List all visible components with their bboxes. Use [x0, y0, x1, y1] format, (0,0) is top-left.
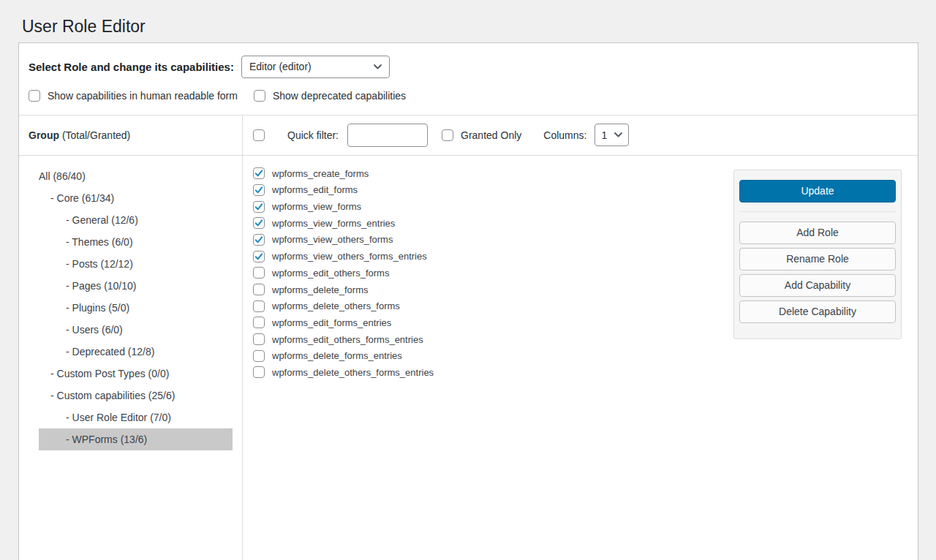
chevron-down-icon	[374, 64, 382, 69]
group-item-posts-12-12[interactable]: - Posts (12/12)	[39, 253, 233, 275]
quick-filter-label: Quick filter:	[287, 129, 339, 141]
capability-name: wpforms_view_forms	[272, 201, 361, 212]
show-deprecated-label: Show deprecated capabilities	[273, 90, 406, 102]
columns-label: Columns:	[543, 129, 586, 141]
role-select[interactable]: Editor (editor)	[241, 56, 390, 78]
capability-name: wpforms_view_forms_entries	[272, 218, 395, 229]
capability-checkbox[interactable]	[253, 201, 265, 213]
group-item-user-role-editor-7-0[interactable]: - User Role Editor (7/0)	[39, 406, 233, 428]
capability-checkbox[interactable]	[253, 350, 265, 362]
capability-checkbox[interactable]	[253, 300, 265, 312]
granted-only-option[interactable]: Granted Only	[442, 129, 521, 141]
option-show-deprecated[interactable]: Show deprecated capabilities	[254, 90, 406, 102]
group-item-all-86-40[interactable]: All (86/40)	[39, 165, 233, 187]
chevron-down-icon	[614, 132, 622, 137]
capability-row-wpforms-view-forms-entries[interactable]: wpforms_view_forms_entries	[253, 215, 733, 232]
granted-only-checkbox[interactable]	[442, 129, 453, 141]
columns-select-value: 1	[601, 129, 607, 141]
select-all-checkbox[interactable]	[253, 129, 265, 141]
group-item-plugins-5-0[interactable]: - Plugins (5/0)	[39, 297, 233, 319]
group-item-themes-6-0[interactable]: - Themes (6/0)	[39, 231, 233, 253]
capability-checkbox[interactable]	[253, 284, 265, 295]
capability-row-wpforms-delete-others-forms[interactable]: wpforms_delete_others_forms	[253, 298, 733, 314]
capability-row-wpforms-view-others-forms-entries[interactable]: wpforms_view_others_forms_entries	[253, 248, 733, 265]
options-row: Show capabilities in human readable form…	[19, 78, 918, 115]
capability-row-wpforms-delete-forms[interactable]: wpforms_delete_forms	[253, 281, 733, 298]
update-button[interactable]: Update	[739, 180, 896, 203]
group-item-core-61-34[interactable]: - Core (61/34)	[39, 187, 233, 209]
quick-filter-cell: Quick filter: Granted Only Columns: 1	[243, 116, 918, 155]
group-item-users-6-0[interactable]: - Users (6/0)	[39, 319, 233, 341]
group-item-wpforms-13-6[interactable]: - WPForms (13/6)	[39, 428, 233, 450]
human-readable-label: Show capabilities in human readable form	[48, 90, 238, 102]
group-item-pages-10-10[interactable]: - Pages (10/10)	[39, 275, 233, 297]
capability-name: wpforms_delete_forms	[272, 284, 369, 295]
group-item-deprecated-12-8[interactable]: - Deprecated (12/8)	[39, 341, 233, 363]
option-human-readable[interactable]: Show capabilities in human readable form	[29, 90, 238, 102]
capability-checkbox[interactable]	[253, 251, 265, 262]
capability-name: wpforms_view_others_forms_entries	[272, 251, 427, 262]
role-select-value: Editor (editor)	[249, 61, 312, 72]
capability-name: wpforms_edit_others_forms	[272, 268, 389, 279]
capability-row-wpforms-create-forms[interactable]: wpforms_create_forms	[253, 165, 733, 182]
capability-list: wpforms_create_formswpforms_edit_formswp…	[243, 156, 733, 381]
columns-select[interactable]: 1	[595, 124, 629, 146]
capability-row-wpforms-edit-forms-entries[interactable]: wpforms_edit_forms_entries	[253, 314, 733, 331]
group-item-custom-capabilities-25-6[interactable]: - Custom capabilities (25/6)	[39, 385, 233, 406]
capability-name: wpforms_delete_others_forms	[272, 300, 400, 311]
human-readable-checkbox[interactable]	[29, 90, 40, 102]
granted-only-label: Granted Only	[461, 129, 521, 141]
capability-name: wpforms_edit_forms_entries	[272, 317, 391, 328]
capability-checkbox[interactable]	[253, 184, 265, 196]
role-selector-label: Select Role and change its capabilities:	[29, 61, 234, 73]
group-header-suffix: (Total/Granted)	[59, 129, 130, 141]
capability-row-wpforms-edit-forms[interactable]: wpforms_edit_forms	[253, 182, 733, 199]
capability-name: wpforms_delete_forms_entries	[272, 350, 402, 361]
capability-name: wpforms_view_others_forms	[272, 234, 393, 245]
capability-row-wpforms-delete-forms-entries[interactable]: wpforms_delete_forms_entries	[253, 347, 733, 364]
quick-filter-input[interactable]	[347, 124, 428, 147]
delete-capability-button[interactable]: Delete Capability	[739, 300, 896, 323]
show-deprecated-checkbox[interactable]	[254, 90, 265, 102]
capability-checkbox[interactable]	[253, 366, 265, 378]
capability-row-wpforms-edit-others-forms-entries[interactable]: wpforms_edit_others_forms_entries	[253, 331, 733, 348]
capability-name: wpforms_edit_others_forms_entries	[272, 334, 423, 345]
group-header-cell: Group (Total/Granted)	[19, 116, 243, 155]
rename-role-button[interactable]: Rename Role	[739, 248, 896, 270]
add-role-button[interactable]: Add Role	[739, 222, 896, 244]
group-item-custom-post-types-0-0[interactable]: - Custom Post Types (0/0)	[39, 363, 233, 385]
page-title: User Role Editor	[0, 0, 936, 42]
capability-name: wpforms_edit_forms	[272, 184, 358, 195]
capability-checkbox[interactable]	[253, 167, 265, 179]
capability-row-wpforms-view-forms[interactable]: wpforms_view_forms	[253, 198, 733, 215]
actions-divider	[739, 211, 896, 212]
group-tree: All (86/40)- Core (61/34)- General (12/6…	[19, 156, 243, 560]
group-item-general-12-6[interactable]: - General (12/6)	[39, 209, 233, 231]
role-selector-row: Select Role and change its capabilities:…	[19, 43, 918, 78]
add-capability-button[interactable]: Add Capability	[739, 274, 896, 297]
main-column: wpforms_create_formswpforms_edit_formswp…	[243, 156, 918, 560]
body-row: All (86/40)- Core (61/34)- General (12/6…	[19, 156, 918, 560]
actions-panel: Update Add Role Rename Role Add Capabili…	[733, 170, 902, 339]
capability-row-wpforms-view-others-forms[interactable]: wpforms_view_others_forms	[253, 232, 733, 249]
capability-checkbox[interactable]	[253, 217, 265, 229]
group-header-label: Group	[29, 129, 59, 141]
capability-row-wpforms-delete-others-forms-entries[interactable]: wpforms_delete_others_forms_entries	[253, 364, 733, 381]
capability-checkbox[interactable]	[253, 317, 265, 328]
filter-header-row: Group (Total/Granted) Quick filter: Gran…	[19, 115, 918, 156]
capability-checkbox[interactable]	[253, 267, 265, 279]
user-role-editor-panel: Select Role and change its capabilities:…	[18, 42, 918, 560]
capability-name: wpforms_create_forms	[272, 168, 369, 179]
capability-row-wpforms-edit-others-forms[interactable]: wpforms_edit_others_forms	[253, 265, 733, 281]
capability-name: wpforms_delete_others_forms_entries	[272, 367, 434, 378]
capability-checkbox[interactable]	[253, 333, 265, 345]
capability-checkbox[interactable]	[253, 234, 265, 246]
